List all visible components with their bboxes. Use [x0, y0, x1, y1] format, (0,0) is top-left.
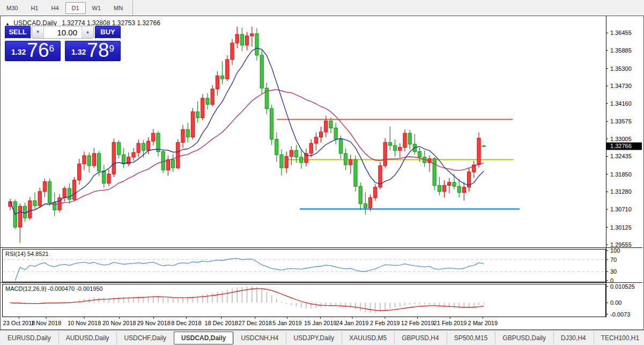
date-tick-label: 12 Feb 2019	[401, 320, 434, 326]
date-tick-label: 23 Oct 2018	[3, 320, 35, 326]
price-axis-label: 1.32435	[610, 153, 632, 159]
mt4-window: M30H1H4D1W1MN ▲ USDCAD,Daily 1.32774 1.3…	[0, 0, 644, 345]
symbol-tab-usdcnh-h4[interactable]: USDCNH,H4	[233, 332, 286, 344]
symbol-tab-audusd-daily[interactable]: AUDUSD,Daily	[58, 332, 117, 344]
sell-price-big: 76	[27, 41, 49, 59]
macd-label: MACD(12,26,9) -0.000470 -0.001950	[5, 285, 103, 292]
buy-price-pip: 9	[109, 46, 114, 52]
rsi-axis-label: 70	[610, 256, 617, 263]
date-tick-label: 29 Nov 2018	[137, 320, 170, 326]
date-tick-label: 20 Nov 2018	[102, 320, 136, 326]
price-axis-label: 1.33005	[610, 136, 632, 142]
date-tick-label: 18 Dec 2018	[205, 320, 238, 326]
timeframe-tab-w1[interactable]: W1	[86, 2, 108, 14]
date-tick-label: 8 Dec 2018	[171, 320, 201, 326]
price-axis-label: 1.30125	[610, 224, 632, 231]
date-tick-label: 24 Jan 2019	[336, 320, 369, 326]
date-axis[interactable]: 23 Oct 20181 Nov 201810 Nov 201820 Nov 2…	[2, 317, 606, 329]
price-axis-label: 1.31850	[610, 171, 632, 178]
symbol-tab-xauusd-m5[interactable]: XAUUSD,M5	[342, 332, 394, 344]
volume-input[interactable]: 10.00	[44, 28, 82, 37]
timeframe-toolbar: M30H1H4D1W1MN	[0, 0, 644, 16]
price-axis-label: 1.35885	[610, 47, 632, 54]
rsi-axis-label: 30	[610, 268, 617, 275]
macd-values: -0.000470 -0.001950	[48, 285, 102, 292]
toolbar-divider	[132, 1, 133, 15]
price-axis-label: 1.30710	[610, 206, 632, 212]
macd-axis-label: -0.0073	[610, 311, 630, 318]
rsi-label: RSI(14) 54.8521	[5, 251, 49, 257]
volume-decrease-button[interactable]: ▼	[32, 26, 44, 38]
timeframe-tab-mn[interactable]: MN	[107, 2, 129, 14]
buy-price-button[interactable]: 1.32 78 9	[65, 41, 121, 61]
symbol-tab-usdjpy-daily[interactable]: USDJPY,Daily	[286, 332, 342, 344]
timeframe-tabs: M30H1H4D1W1MN	[0, 2, 129, 14]
price-axis-label: 1.31280	[610, 188, 632, 195]
symbol-tab-tech100-h1[interactable]: TECH100,H1	[594, 332, 644, 344]
date-tick-label: 27 Dec 2018	[239, 320, 272, 326]
timeframe-tab-h1[interactable]: H1	[24, 2, 45, 14]
symbol-tab-dj30-h4[interactable]: DJ30,H4	[553, 332, 594, 344]
horizontal-lines	[277, 119, 520, 209]
buy-button[interactable]: BUY	[95, 26, 121, 39]
sell-price-prefix: 1.32	[11, 45, 26, 59]
price-axis-label: 1.34730	[610, 83, 632, 89]
chart-window: ▲ USDCAD,Daily 1.32774 1.32808 1.32753 1…	[0, 16, 644, 330]
symbol-tab-sp500-m15[interactable]: SP500,M15	[447, 332, 495, 344]
volume-stepper: ▼ 10.00 ▲	[32, 26, 94, 39]
sell-button[interactable]: SELL	[5, 26, 31, 39]
symbol-tab-bar: EURUSD,DailyAUDUSD,DailyUSDCHF,DailyUSDC…	[0, 330, 644, 345]
rsi-indicator-pane[interactable]	[2, 249, 606, 282]
timeframe-tab-m30[interactable]: M30	[0, 2, 24, 14]
date-tick-label: 10 Nov 2018	[68, 320, 101, 326]
sell-price-pip: 6	[49, 46, 54, 52]
macd-axis-label: 0.010525	[610, 283, 635, 290]
price-axis-label: 1.34160	[610, 100, 632, 107]
date-tick-label: 21 Feb 2019	[434, 320, 467, 326]
one-click-trade-panel: SELL ▼ 10.00 ▲ BUY 1.32 76 6 1.32 78 9	[5, 26, 122, 61]
symbol-tab-gbpusd-h4[interactable]: GBPUSD,H4	[394, 332, 446, 344]
timeframe-tab-h4[interactable]: H4	[45, 2, 65, 14]
date-tick-label: 2 Mar 2019	[468, 320, 498, 326]
price-axis-label: 1.33575	[610, 118, 632, 124]
ma-fast-line	[10, 48, 484, 215]
price-axis-label: 1.36455	[610, 30, 632, 36]
price-axis-label: 1.35300	[610, 65, 632, 72]
rsi-axis-label: 100	[610, 247, 620, 254]
date-tick-label: 2 Feb 2019	[370, 320, 400, 326]
symbol-tab-usdcad-daily[interactable]: USDCAD,Daily	[174, 332, 233, 344]
rsi-name: RSI(14)	[5, 251, 26, 257]
price-axis[interactable]: 1.364551.358851.353001.347301.341601.335…	[606, 16, 642, 329]
timeframe-tab-d1[interactable]: D1	[65, 2, 86, 14]
macd-name: MACD(12,26,9)	[5, 285, 46, 292]
symbol-tabs: EURUSD,DailyAUDUSD,DailyUSDCHF,DailyUSDC…	[0, 332, 644, 344]
date-tick-label: 15 Jan 2019	[304, 320, 337, 326]
macd-axis-label: 0.00	[610, 299, 621, 306]
buy-price-prefix: 1.32	[71, 45, 86, 59]
date-tick-label: 5 Jan 2019	[272, 320, 301, 326]
buy-price-big: 78	[87, 41, 109, 59]
symbol-tab-gbpusd-daily[interactable]: GBPUSD,Daily	[495, 332, 553, 344]
rsi-value: 54.8521	[27, 251, 49, 257]
rsi-line	[15, 258, 484, 281]
symbol-tab-eurusd-daily[interactable]: EURUSD,Daily	[0, 332, 58, 344]
volume-increase-button[interactable]: ▲	[82, 26, 93, 38]
current-price-value: 1.32766	[610, 143, 632, 149]
ma-slow-line	[10, 90, 484, 215]
date-tick-label: 1 Nov 2018	[31, 320, 61, 326]
symbol-tab-usdchf-daily[interactable]: USDCHF,Daily	[116, 332, 174, 344]
sell-price-button[interactable]: 1.32 76 6	[5, 41, 61, 61]
